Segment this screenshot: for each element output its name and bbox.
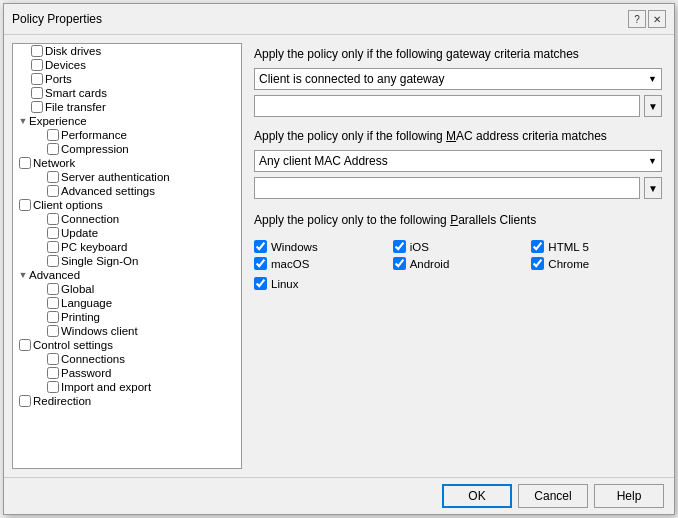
tree-label-client-options: Client options <box>33 199 103 211</box>
tree-item-connections[interactable]: Connections <box>13 352 241 366</box>
tree-checkbox-printing[interactable] <box>47 311 59 323</box>
client-item-android: Android <box>393 257 524 270</box>
mac-dropdown[interactable]: Any client MAC Address ▼ <box>254 150 662 172</box>
gateway-dropdown-row: Client is connected to any gateway ▼ <box>254 68 662 90</box>
tree-checkbox-single-sign-on[interactable] <box>47 255 59 267</box>
client-checkbox-windows[interactable] <box>254 240 267 253</box>
help-title-button[interactable]: ? <box>628 10 646 28</box>
tree-item-connection[interactable]: Connection <box>13 212 241 226</box>
tree-item-import-export[interactable]: Import and export <box>13 380 241 394</box>
tree-checkbox-language[interactable] <box>47 297 59 309</box>
client-checkbox-html5[interactable] <box>531 240 544 253</box>
tree-item-network[interactable]: Network <box>13 156 241 170</box>
tree-item-server-auth[interactable]: Server authentication <box>13 170 241 184</box>
tree-item-smart-cards[interactable]: Smart cards <box>13 86 241 100</box>
client-label-chrome: Chrome <box>548 258 589 270</box>
tree-item-single-sign-on[interactable]: Single Sign-On <box>13 254 241 268</box>
policy-properties-dialog: Policy Properties ? ✕ Disk drives Device… <box>3 3 675 515</box>
mac-text-arrow[interactable]: ▼ <box>644 177 662 199</box>
gateway-text-arrow[interactable]: ▼ <box>644 95 662 117</box>
tree-item-windows-client[interactable]: Windows client <box>13 324 241 338</box>
client-item-chrome: Chrome <box>531 257 662 270</box>
client-checkbox-macos[interactable] <box>254 257 267 270</box>
tree-checkbox-password[interactable] <box>47 367 59 379</box>
ok-button[interactable]: OK <box>442 484 512 508</box>
tree-label-single-sign-on: Single Sign-On <box>61 255 138 267</box>
tree-label-compression: Compression <box>61 143 129 155</box>
client-checkbox-chrome[interactable] <box>531 257 544 270</box>
tree-item-client-options[interactable]: Client options <box>13 198 241 212</box>
tree-checkbox-update[interactable] <box>47 227 59 239</box>
client-item-ios: iOS <box>393 240 524 253</box>
tree-panel: Disk drives Devices Ports Smart cards Fi… <box>12 43 242 469</box>
client-item-html5: HTML 5 <box>531 240 662 253</box>
mac-text-field[interactable] <box>254 177 640 199</box>
tree-label-ports: Ports <box>45 73 72 85</box>
mac-dropdown-row: Any client MAC Address ▼ <box>254 150 662 172</box>
gateway-dropdown-arrow: ▼ <box>648 74 657 84</box>
tree-item-redirection[interactable]: Redirection <box>13 394 241 408</box>
tree-checkbox-connections[interactable] <box>47 353 59 365</box>
clients-section: Apply the policy only to the following P… <box>254 213 662 290</box>
tree-label-global: Global <box>61 283 94 295</box>
gateway-text-field[interactable] <box>254 95 640 117</box>
tree-checkbox-ports[interactable] <box>31 73 43 85</box>
client-label-macos: macOS <box>271 258 309 270</box>
tree-checkbox-performance[interactable] <box>47 129 59 141</box>
tree-item-advanced-settings[interactable]: Advanced settings <box>13 184 241 198</box>
tree-item-disk-drives[interactable]: Disk drives <box>13 44 241 58</box>
tree-item-global[interactable]: Global <box>13 282 241 296</box>
tree-checkbox-control-settings[interactable] <box>19 339 31 351</box>
tree-checkbox-advanced-settings[interactable] <box>47 185 59 197</box>
tree-item-pc-keyboard[interactable]: PC keyboard <box>13 240 241 254</box>
tree-checkbox-smart-cards[interactable] <box>31 87 43 99</box>
tree-checkbox-global[interactable] <box>47 283 59 295</box>
right-panel: Apply the policy only if the following g… <box>250 43 666 469</box>
tree-label-password: Password <box>61 367 112 379</box>
tree-item-printing[interactable]: Printing <box>13 310 241 324</box>
tree-checkbox-devices[interactable] <box>31 59 43 71</box>
tree-label-experience: Experience <box>29 115 87 127</box>
tree-item-devices[interactable]: Devices <box>13 58 241 72</box>
tree-item-file-transfer[interactable]: File transfer <box>13 100 241 114</box>
tree-item-update[interactable]: Update <box>13 226 241 240</box>
gateway-section-title: Apply the policy only if the following g… <box>254 47 662 61</box>
tree-item-advanced[interactable]: ▼ Advanced <box>13 268 241 282</box>
tree-label-devices: Devices <box>45 59 86 71</box>
close-title-button[interactable]: ✕ <box>648 10 666 28</box>
tree-checkbox-compression[interactable] <box>47 143 59 155</box>
client-checkbox-linux[interactable] <box>254 277 267 290</box>
tree-checkbox-windows-client[interactable] <box>47 325 59 337</box>
mac-section-title: Apply the policy only if the following M… <box>254 129 662 143</box>
tree-label-file-transfer: File transfer <box>45 101 106 113</box>
tree-item-language[interactable]: Language <box>13 296 241 310</box>
tree-checkbox-disk-drives[interactable] <box>31 45 43 57</box>
expand-icon-advanced: ▼ <box>17 269 29 281</box>
tree-checkbox-client-options[interactable] <box>19 199 31 211</box>
tree-item-password[interactable]: Password <box>13 366 241 380</box>
cancel-button[interactable]: Cancel <box>518 484 588 508</box>
tree-checkbox-import-export[interactable] <box>47 381 59 393</box>
gateway-dropdown[interactable]: Client is connected to any gateway ▼ <box>254 68 662 90</box>
tree-item-compression[interactable]: Compression <box>13 142 241 156</box>
tree-item-performance[interactable]: Performance <box>13 128 241 142</box>
tree-checkbox-file-transfer[interactable] <box>31 101 43 113</box>
client-checkbox-android[interactable] <box>393 257 406 270</box>
client-checkbox-ios[interactable] <box>393 240 406 253</box>
tree-item-experience[interactable]: ▼ Experience <box>13 114 241 128</box>
mac-text-row: ▼ <box>254 177 662 199</box>
tree-checkbox-server-auth[interactable] <box>47 171 59 183</box>
tree-checkbox-connection[interactable] <box>47 213 59 225</box>
tree-checkbox-pc-keyboard[interactable] <box>47 241 59 253</box>
tree-item-ports[interactable]: Ports <box>13 72 241 86</box>
tree-label-smart-cards: Smart cards <box>45 87 107 99</box>
tree-label-network: Network <box>33 157 75 169</box>
client-item-macos: macOS <box>254 257 385 270</box>
clients-section-title: Apply the policy only to the following P… <box>254 213 662 227</box>
help-button[interactable]: Help <box>594 484 664 508</box>
tree-checkbox-redirection[interactable] <box>19 395 31 407</box>
tree-label-disk-drives: Disk drives <box>45 45 101 57</box>
tree-checkbox-network[interactable] <box>19 157 31 169</box>
tree-item-control-settings[interactable]: Control settings <box>13 338 241 352</box>
client-label-linux: Linux <box>271 278 299 290</box>
